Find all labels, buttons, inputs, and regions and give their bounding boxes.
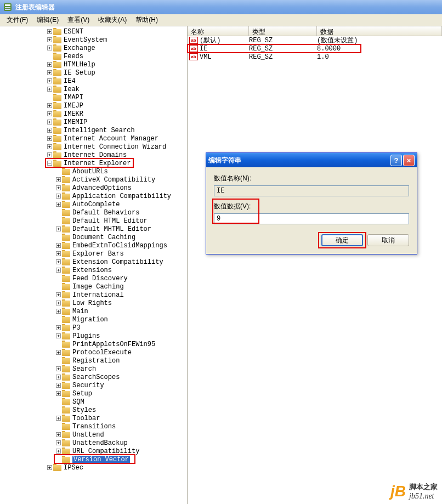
tree-item[interactable]: +IMEKR — [3, 110, 187, 118]
expand-icon[interactable]: + — [56, 268, 61, 273]
tree-item[interactable]: +Internet Domains — [3, 151, 187, 159]
expand-icon[interactable]: + — [56, 177, 61, 182]
tree-item[interactable]: Document Caching — [3, 233, 187, 241]
expand-icon[interactable]: + — [47, 144, 52, 149]
expand-icon[interactable]: + — [47, 46, 52, 50]
tree-item[interactable]: +URL Compatibility — [3, 447, 187, 455]
menu-favorites[interactable]: 收藏夹(A) — [94, 14, 131, 26]
expand-icon[interactable]: + — [56, 416, 61, 421]
expand-icon[interactable]: + — [56, 243, 61, 248]
tree-item[interactable]: Feeds — [3, 52, 187, 60]
cancel-button[interactable]: 取消 — [367, 234, 409, 246]
expand-icon[interactable]: + — [56, 350, 61, 355]
expand-icon[interactable]: + — [56, 449, 61, 454]
expand-icon[interactable]: + — [56, 259, 61, 264]
expand-icon[interactable]: + — [47, 87, 52, 92]
tree-item[interactable]: IMAPI — [3, 93, 187, 101]
expand-icon[interactable]: + — [56, 391, 61, 396]
tree-item[interactable]: +Internet Account Manager — [3, 134, 187, 143]
tree-item[interactable]: Default Behaviors — [3, 208, 187, 217]
expand-icon[interactable]: + — [47, 29, 52, 34]
expand-icon[interactable]: + — [47, 111, 52, 116]
menu-view[interactable]: 查看(V) — [63, 14, 94, 26]
expand-icon[interactable]: + — [56, 325, 61, 330]
tree-item[interactable]: Default HTML Editor — [3, 217, 187, 225]
tree-item[interactable]: +AdvancedOptions — [3, 184, 187, 192]
expand-icon[interactable]: + — [47, 62, 52, 67]
tree-item[interactable]: SQM — [3, 398, 187, 406]
list-row[interactable]: abIEREG_SZ8.0000 — [188, 44, 442, 53]
expand-icon[interactable]: + — [56, 226, 61, 231]
expand-icon[interactable]: + — [47, 120, 52, 124]
tree-item[interactable]: +Intelligent Search — [3, 126, 187, 134]
ok-button[interactable]: 确定 — [321, 234, 363, 246]
list-row[interactable]: ab(默认)REG_SZ(数值未设置) — [188, 36, 442, 44]
collapse-icon[interactable]: − — [47, 161, 52, 166]
tree-item[interactable]: +Security — [3, 381, 187, 389]
tree-item[interactable]: +ESENT — [3, 27, 187, 36]
col-header-name[interactable]: 名称 — [188, 26, 249, 36]
tree-item[interactable]: PrintAppletsOnFEWin95 — [3, 340, 187, 348]
tree-item[interactable]: +EventSystem — [3, 36, 187, 44]
tree-item[interactable]: +Search — [3, 365, 187, 373]
expand-icon[interactable]: + — [56, 194, 61, 199]
tree-item[interactable]: +IE4 — [3, 77, 187, 85]
expand-icon[interactable]: + — [56, 432, 61, 437]
tree-item[interactable]: +ProtocolExecute — [3, 348, 187, 356]
tree-item[interactable]: +Application Compatibility — [3, 192, 187, 200]
tree-item[interactable]: −Internet Explorer — [3, 159, 187, 167]
tree-item[interactable]: +P3 — [3, 324, 187, 332]
tree-item[interactable]: +Ieak — [3, 85, 187, 93]
expand-icon[interactable]: + — [47, 37, 52, 42]
tree-item[interactable]: +Explorer Bars — [3, 250, 187, 258]
expand-icon[interactable]: + — [56, 383, 61, 388]
menu-help[interactable]: 帮助(H) — [131, 14, 162, 26]
expand-icon[interactable]: + — [47, 70, 52, 75]
expand-icon[interactable]: + — [56, 366, 61, 371]
tree-item[interactable]: +Internet Connection Wizard — [3, 143, 187, 151]
tree-item[interactable]: Image Caching — [3, 282, 187, 291]
expand-icon[interactable]: + — [47, 152, 52, 157]
tree-item[interactable]: +Low Rights — [3, 299, 187, 307]
tree-item[interactable]: +Setup — [3, 389, 187, 398]
tree-item[interactable]: Version Vector — [3, 455, 187, 463]
tree-pane[interactable]: +ESENT+EventSystem+ExchangeFeeds+HTMLHel… — [0, 26, 188, 504]
expand-icon[interactable]: + — [47, 128, 52, 133]
tree-item[interactable]: +Toolbar — [3, 414, 187, 422]
expand-icon[interactable]: + — [47, 78, 52, 83]
tree-item[interactable]: Transitions — [3, 422, 187, 431]
tree-item[interactable]: +Extension Compatibility — [3, 258, 187, 266]
expand-icon[interactable]: + — [56, 440, 61, 445]
expand-icon[interactable]: + — [56, 251, 61, 256]
tree-item[interactable]: +Exchange — [3, 44, 187, 52]
tree-item[interactable]: +EmbedExtnToClsidMappings — [3, 241, 187, 250]
list-row[interactable]: abVMLREG_SZ1.0 — [188, 53, 442, 61]
menu-file[interactable]: 文件(F) — [2, 14, 32, 26]
tree-item[interactable]: +ActiveX Compatibility — [3, 175, 187, 184]
tree-item[interactable]: +Plugins — [3, 332, 187, 340]
tree-item[interactable]: +IMEJP — [3, 101, 187, 110]
expand-icon[interactable]: + — [56, 375, 61, 380]
tree-item[interactable]: +SearchScopes — [3, 373, 187, 381]
dialog-close-button[interactable]: × — [403, 155, 415, 166]
tree-item[interactable]: +UnattendBackup — [3, 439, 187, 447]
expand-icon[interactable]: + — [56, 333, 61, 338]
dialog-titlebar[interactable]: 编辑字符串 ? × — [206, 153, 417, 167]
expand-icon[interactable]: + — [56, 185, 61, 190]
tree-item[interactable]: Migration — [3, 315, 187, 324]
dialog-help-button[interactable]: ? — [390, 155, 402, 166]
tree-item[interactable]: Styles — [3, 406, 187, 414]
value-data-input[interactable] — [214, 213, 409, 224]
tree-item[interactable]: +IMEMIP — [3, 118, 187, 126]
tree-item[interactable]: AboutURLs — [3, 167, 187, 175]
tree-item[interactable]: +Default MHTML Editor — [3, 225, 187, 233]
col-header-type[interactable]: 类型 — [249, 26, 317, 36]
expand-icon[interactable]: + — [56, 301, 61, 305]
list-pane[interactable]: 名称 类型 数据 ab(默认)REG_SZ(数值未设置)abIEREG_SZ8.… — [188, 26, 442, 504]
expand-icon[interactable]: + — [56, 309, 61, 314]
tree-item[interactable]: +Unattend — [3, 431, 187, 439]
tree-item[interactable]: +Main — [3, 307, 187, 315]
expand-icon[interactable]: + — [47, 465, 52, 470]
expand-icon[interactable]: + — [56, 292, 61, 297]
expand-icon[interactable]: + — [47, 103, 52, 108]
